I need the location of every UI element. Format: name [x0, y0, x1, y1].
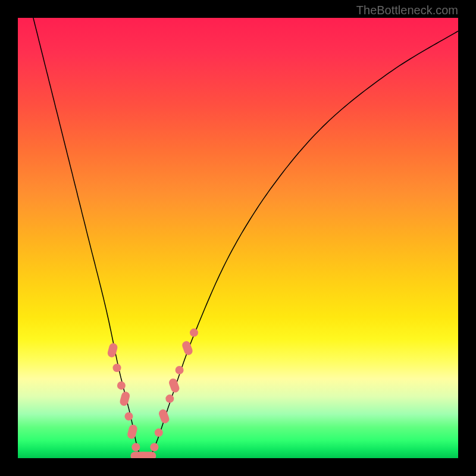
data-point-pill	[168, 377, 180, 393]
data-point-pill	[181, 340, 193, 356]
data-markers	[107, 328, 198, 458]
data-point	[190, 328, 198, 337]
data-point-pill	[119, 391, 131, 407]
data-point	[165, 394, 174, 403]
data-point	[131, 443, 140, 452]
chart-svg	[18, 18, 458, 458]
data-point	[124, 412, 133, 421]
data-point	[113, 364, 121, 372]
data-point	[176, 366, 184, 374]
data-point-pill	[158, 408, 170, 424]
chart-plot-area	[18, 18, 458, 458]
data-point	[155, 428, 163, 437]
data-point	[117, 381, 126, 390]
data-point-pill	[127, 424, 139, 440]
data-point	[150, 443, 158, 452]
watermark-text: TheBottleneck.com	[356, 4, 458, 17]
right-curve	[150, 31, 458, 458]
data-point-pill	[107, 342, 118, 358]
data-point-pill	[139, 452, 156, 458]
